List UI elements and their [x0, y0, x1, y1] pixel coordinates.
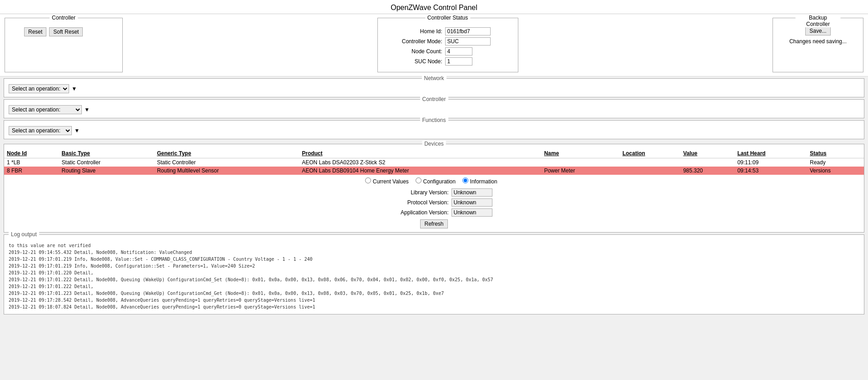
info-rows: Library Version: Protocol Version: Appli… [8, 187, 860, 228]
col-value: Value [680, 149, 734, 158]
radio-info-input[interactable] [462, 177, 468, 183]
network-operation-select[interactable]: Select an operation: Add Device Remove D… [9, 84, 69, 93]
devices-table: Node Id Basic Type Generic Type Product … [4, 149, 864, 175]
refresh-button[interactable]: Refresh [420, 219, 447, 228]
log-content: to this value are not verified 2019-12-2… [9, 242, 859, 310]
col-last-heard: Last Heard [735, 149, 807, 158]
page-title: OpenZWave Control Panel [0, 0, 868, 14]
home-id-label: Home Id: [383, 28, 442, 35]
table-cell: Ready [807, 158, 864, 167]
suc-node-input[interactable] [445, 57, 472, 66]
col-node-id: Node Id [4, 149, 59, 158]
radio-configuration[interactable]: Configuration [416, 178, 457, 185]
controller-status-legend: Controller Status [425, 15, 470, 21]
node-count-input[interactable] [445, 47, 472, 56]
table-cell: Power Meter [542, 167, 620, 175]
col-generic-type: Generic Type [154, 149, 299, 158]
functions-operation-select[interactable]: Select an operation: Has Node Failed Rem… [9, 126, 72, 135]
table-cell [542, 158, 620, 167]
table-cell: Static Controller [154, 158, 299, 167]
controller-fieldset: Controller Reset Soft Reset [5, 18, 123, 72]
table-row[interactable]: 8 FBRRouting SlaveRouting Multilevel Sen… [4, 167, 864, 175]
table-cell: Static Controller [59, 158, 155, 167]
table-header-row: Node Id Basic Type Generic Type Product … [4, 149, 864, 158]
library-version-label: Library Version: [376, 189, 449, 196]
col-location: Location [620, 149, 680, 158]
suc-node-row: SUC Node: [383, 57, 512, 66]
table-cell [620, 158, 680, 167]
controller-mode-input[interactable] [445, 37, 491, 46]
devices-section: Devices Node Id Basic Type Generic Type … [4, 144, 864, 233]
library-version-row: Library Version: [376, 188, 492, 197]
backup-controller-fieldset: Backup Controller Save... Changes need s… [773, 18, 863, 72]
functions-legend: Functions [420, 117, 448, 123]
controller-mode-label: Controller Mode: [383, 38, 442, 45]
protocol-version-input [452, 198, 492, 207]
table-cell: 1 *LB [4, 158, 59, 167]
reset-button[interactable]: Reset [24, 27, 46, 36]
save-button[interactable]: Save... [805, 26, 830, 35]
controller-ops-section: Controller Select an operation: Soft Res… [4, 99, 864, 118]
application-version-input [452, 208, 492, 217]
col-product: Product [299, 149, 542, 158]
controller-status-fieldset: Controller Status Home Id: Controller Mo… [377, 18, 518, 72]
radio-information[interactable]: Information [462, 178, 497, 185]
log-legend: Log output [9, 231, 39, 238]
home-id-input[interactable] [445, 27, 491, 35]
home-id-row: Home Id: [383, 27, 512, 35]
controller-legend: Controller [50, 15, 78, 21]
devices-legend: Devices [422, 141, 446, 147]
table-cell: 8 FBR [4, 167, 59, 175]
col-status: Status [807, 149, 864, 158]
network-legend: Network [421, 75, 446, 81]
radio-current-input[interactable] [365, 177, 371, 183]
table-cell: Routing Multilevel Sensor [154, 167, 299, 175]
network-section: Network Select an operation: Add Device … [4, 78, 864, 97]
controller-mode-row: Controller Mode: [383, 37, 512, 46]
suc-node-label: SUC Node: [383, 58, 442, 65]
top-section: Controller Reset Soft Reset Controller S… [0, 14, 868, 76]
radio-current-values[interactable]: Current Values [365, 178, 410, 185]
library-version-input [452, 188, 492, 197]
node-count-label: Node Count: [383, 48, 442, 55]
table-cell: Routing Slave [59, 167, 155, 175]
application-version-label: Application Version: [376, 209, 449, 216]
refresh-row: Refresh [420, 219, 447, 228]
table-cell: 09:14:53 [735, 167, 807, 175]
application-version-row: Application Version: [376, 208, 492, 217]
soft-reset-button[interactable]: Soft Reset [49, 27, 83, 36]
table-row[interactable]: 1 *LBStatic ControllerStatic ControllerA… [4, 158, 864, 167]
table-cell: AEON Labs DSA02203 Z-Stick S2 [299, 158, 542, 167]
table-cell [680, 158, 734, 167]
col-basic-type: Basic Type [59, 149, 155, 158]
node-count-row: Node Count: [383, 47, 512, 56]
backup-controller-legend: Backup Controller [796, 15, 841, 27]
backup-note: Changes need saving... [778, 38, 858, 45]
table-cell: 985.320 [680, 167, 734, 175]
view-mode-radio-row: Current Values Configuration Information [8, 177, 860, 185]
radio-config-input[interactable] [416, 177, 421, 183]
table-cell [620, 167, 680, 175]
log-section: Log output to this value are not verifie… [4, 234, 864, 314]
col-name: Name [542, 149, 620, 158]
info-panel: Current Values Configuration Information… [4, 175, 864, 232]
protocol-version-label: Protocol Version: [376, 199, 449, 206]
table-cell: AEON Labs DSB09104 Home Energy Meter [299, 167, 542, 175]
table-cell: 09:11:09 [735, 158, 807, 167]
functions-section: Functions Select an operation: Has Node … [4, 120, 864, 139]
controller-operation-select[interactable]: Select an operation: Soft Reset Hard Res… [9, 105, 82, 114]
protocol-version-row: Protocol Version: [376, 198, 492, 207]
table-cell: Versions [807, 167, 864, 175]
controller-ops-legend: Controller [420, 96, 448, 102]
